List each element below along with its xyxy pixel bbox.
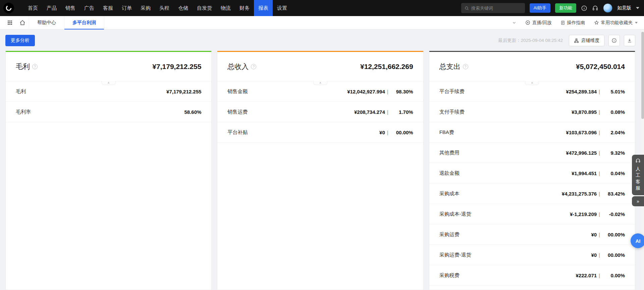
card-title: 毛利 ? [16,62,38,71]
metric-label: FBA费 [439,129,566,136]
customer-service-label: 人工客服 [635,166,641,191]
card-total-value: ¥7,179,212.255 [152,63,201,71]
metric-percent: 1.70% [388,109,413,115]
live-replay-link[interactable]: 直播/回放 [525,20,552,26]
metric-row: 采购成本-退货 ¥-1,219.209 | -0.02% [429,204,635,224]
card-title-text: 总收入 [227,62,249,71]
menu-item-home[interactable]: 首页 [23,0,42,16]
menu-item-service[interactable]: 客服 [99,0,117,16]
search-input[interactable] [471,6,522,11]
metric-value: ¥254,289.184 [566,89,597,94]
scrollbar-thumb[interactable] [641,32,644,119]
ai-fab-button[interactable]: AI [631,233,644,248]
ai-assistant-button[interactable]: AI助手 [530,3,550,13]
menu-item-products[interactable]: 产品 [42,0,61,16]
edition-label[interactable]: 如意版 [617,5,631,11]
metric-label: 毛利率 [16,109,184,115]
report-toolbar: 更多分析 最后更新：2025-09-04 08:25:42 店铺维度 [0,29,644,51]
metric-rows: 毛利 ¥7,179,212.255 毛利率 58.60% [6,81,211,290]
app-grid-icon[interactable] [3,16,16,29]
user-avatar[interactable] [603,3,612,13]
metric-label: 采购成本-退货 [439,211,570,217]
metric-cards: 毛利 ? ¥7,179,212.255 ∧ 毛利 ¥7,179,212.255 … [0,51,644,290]
card-title-text: 毛利 [16,62,30,71]
metric-label: 其他费用 [439,150,566,156]
card-header: 总支出 ? ¥5,072,450.014 ∧ [429,52,635,81]
collapse-handle[interactable]: ∧ [102,81,116,85]
menu-item-sales[interactable]: 销售 [61,0,80,16]
menu-item-settings[interactable]: 设置 [273,0,291,16]
menu-item-firstleg[interactable]: 头程 [155,0,174,16]
metric-row: 退款金额 ¥1,994.451 | 0.04% [429,163,635,184]
metric-percent: 98.30% [388,89,413,94]
menu-item-orders[interactable]: 订单 [117,0,136,16]
tab-list-expand-chevron-icon[interactable] [512,20,517,25]
tabbar-right-cluster: 直播/回放 操作指南 常用功能收藏夹 [512,20,638,26]
help-icon[interactable]: ? [463,64,468,69]
card-total-revenue: 总收入 ? ¥12,251,662.269 ∧ 销售金额 ¥12,042,927… [217,51,423,290]
metric-value: ¥208,734.274 [354,109,385,115]
menu-item-selffulfill[interactable]: 自发货 [193,0,216,16]
nav-right-cluster: AI助手 新功能 如意版 [461,3,639,13]
metric-value: ¥0 [591,252,597,258]
headset-icon[interactable] [592,5,598,11]
metric-percent: 5.01% [600,89,625,94]
metric-rows: 销售金额 ¥12,042,927.994 | 98.30% 销售运费 ¥208,… [217,81,423,290]
collapse-handle[interactable]: ∧ [313,81,327,85]
guide-link[interactable]: 操作指南 [560,20,585,26]
metric-label: 毛利 [16,88,166,95]
collapse-handle[interactable]: ∧ [525,81,539,85]
metric-percent: 00.00% [388,130,413,135]
card-header: 毛利 ? ¥7,179,212.255 ∧ [6,52,211,81]
menu-item-reports[interactable]: 报表 [254,0,273,16]
card-title: 总支出 ? [439,62,468,71]
menu-item-ads[interactable]: 广告 [80,0,99,16]
metric-row: 平台补贴 ¥0 | 00.00% [217,122,423,143]
toolbar-right-cluster: 最后更新：2025-09-04 08:25:42 店铺维度 [498,35,635,46]
app-logo-icon[interactable] [3,3,14,13]
menu-item-warehouse[interactable]: 仓储 [174,0,193,16]
page-tab-bar: 帮助中心 多平台利润 直播/回放 操作指南 常用功能收藏夹 [0,16,644,29]
metric-value: ¥0 [591,232,597,237]
customer-service-widget[interactable]: 人工客服 [632,155,644,195]
more-analysis-button[interactable]: 更多分析 [5,35,35,46]
info-icon[interactable] [581,5,587,11]
help-icon[interactable]: ? [32,64,38,69]
metric-row: FBA费 ¥103,673.096 | 2.04% [429,122,635,143]
report-info-button[interactable] [608,35,620,46]
card-gross-profit: 毛利 ? ¥7,179,212.255 ∧ 毛利 ¥7,179,212.255 … [5,51,212,290]
metric-percent: 00.00% [600,232,625,237]
metric-row: 采购成本 ¥4,231,275.376 | 83.42% [429,184,635,204]
metric-rows: 平台手续费 ¥254,289.184 | 5.01% 支付手续费 ¥3,870.… [429,81,635,290]
menu-item-logistics[interactable]: 物流 [216,0,235,16]
help-icon[interactable]: ? [251,64,256,69]
menu-item-finance[interactable]: 财务 [235,0,254,16]
metric-percent: 00.00% [600,252,625,258]
metric-value: ¥222.071 [576,273,597,278]
metric-value: ¥4,231,275.376 [562,191,597,197]
tab-multi-platform-profit[interactable]: 多平台利润 [64,16,104,29]
metric-percent: 9.32% [600,150,625,156]
live-replay-label: 直播/回放 [532,20,552,26]
download-button[interactable] [624,35,635,46]
edition-caret-icon[interactable] [636,7,639,9]
store-dimension-button[interactable]: 店铺维度 [569,35,604,46]
metric-label: 退款金额 [439,170,572,176]
metric-label: 销售金额 [227,88,347,95]
metric-label: 销售运费 [227,109,354,115]
card-title-text: 总支出 [439,62,461,71]
main-menu: 首页 产品 销售 广告 客服 订单 采购 头程 仓储 自发货 物流 财务 报表 … [23,0,291,16]
tab-help-center[interactable]: 帮助中心 [29,16,64,29]
metric-row: 销售运费 ¥208,734.274 | 1.70% [217,102,423,122]
favorites-menu[interactable]: 常用功能收藏夹 [594,20,638,26]
metric-label: 平台手续费 [439,88,566,95]
sidebar-collapse-button[interactable]: » [632,196,644,206]
metric-label: 采购税费 [439,272,576,279]
card-total-expense: 总支出 ? ¥5,072,450.014 ∧ 平台手续费 ¥254,289.18… [429,51,635,290]
new-feature-button[interactable]: 新功能 [555,3,576,13]
menu-item-purchase[interactable]: 采购 [136,0,155,16]
favorites-label: 常用功能收藏夹 [601,20,633,26]
metric-label: 采购成本 [439,191,562,197]
metric-row: 采购运费 ¥0 | 00.00% [429,224,635,245]
home-icon[interactable] [16,16,29,29]
